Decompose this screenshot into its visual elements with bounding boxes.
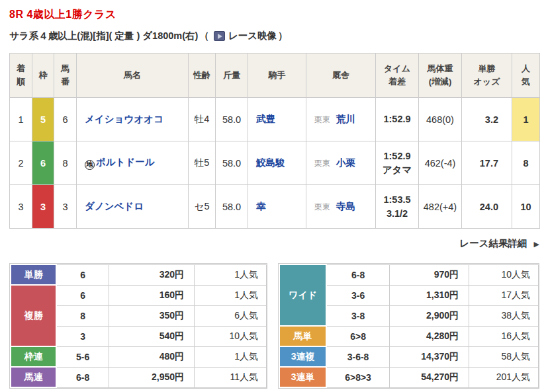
col-header-frame: 枠	[32, 54, 54, 98]
jockey-link[interactable]: 鮫島駿	[256, 157, 285, 168]
col-header-number: 馬番	[54, 54, 77, 98]
col-header-odds: 単勝オッズ	[462, 54, 512, 98]
combination: 3-8	[326, 305, 389, 326]
combination: 3-6-8	[326, 346, 389, 367]
bet-type-label-quinella: 馬連	[11, 367, 56, 387]
payout-amount: 1,310円	[389, 285, 469, 305]
horse-name-cell: ダノンペドロ	[77, 185, 189, 229]
col-header-jockey: 騎手	[248, 54, 306, 98]
horse-name-link[interactable]: メイショウオオコ	[85, 114, 163, 124]
time-margin-cell: 1:52.9	[376, 98, 419, 141]
stable-region: 栗東	[314, 159, 330, 168]
payout-amount: 970円	[389, 264, 469, 285]
col-header-sex-age: 性齢	[189, 54, 216, 98]
popularity-cell: 8	[512, 141, 540, 185]
frame-cell: 6	[32, 141, 54, 185]
margin: アタマ	[377, 163, 418, 176]
horse-name-link[interactable]: ポルトドール	[96, 157, 155, 167]
frame-cell: 5	[32, 98, 54, 141]
payout-row-trifecta: 3連単 6>8>3 54,270円 201人気	[279, 367, 538, 387]
race-result-page: 8R 4歳以上1勝クラス サラ系４歳以上(混)[指]( 定量 ) ダ1800m(…	[0, 0, 546, 389]
col-header-popularity: 人気	[512, 54, 540, 98]
finish-time: 1:52.9	[377, 112, 418, 126]
finish-time: 1:52.9	[377, 149, 418, 163]
frame-cell: 3	[32, 185, 54, 229]
trainer-link[interactable]: 寺島	[336, 201, 355, 212]
payout-popularity: 201人気	[469, 367, 539, 387]
payout-amount: 2,900円	[389, 305, 469, 326]
bet-type-label-win: 単勝	[11, 264, 56, 285]
jockey-link[interactable]: 武豊	[256, 114, 275, 124]
body-weight-cell: 468(0)	[419, 98, 462, 141]
jockey-cell: 武豊	[248, 98, 306, 141]
table-row: 2 6 8 地ポルトドール 牡5 58.0 鮫島駿 栗東 小栗 1:52.9 ア…	[10, 141, 540, 185]
payout-popularity: 6人気	[195, 305, 267, 326]
weight-cell: 58.0	[216, 98, 248, 141]
payout-amount: 540円	[109, 326, 195, 346]
stable-cell: 栗東 小栗	[306, 141, 376, 185]
number-cell: 6	[54, 98, 77, 141]
jockey-cell: 鮫島駿	[248, 141, 306, 185]
bet-type-label-trifecta: 3連単	[279, 367, 326, 387]
page-title: 8R 4歳以上1勝クラス	[9, 8, 539, 22]
payout-row-wide: ワイド 6-8 970円 10人気	[279, 264, 538, 285]
bet-type-label-wide: ワイド	[279, 264, 326, 326]
chevron-right-icon: ▶	[534, 240, 539, 248]
bet-type-label-place: 複勝	[11, 285, 56, 346]
combination: 6-8	[326, 264, 389, 285]
popularity-cell: 1	[512, 98, 540, 141]
position-cell: 3	[10, 185, 32, 229]
odds-cell: 24.0	[462, 185, 512, 229]
payout-popularity: 16人気	[469, 326, 539, 346]
race-video-icon[interactable]	[214, 31, 225, 41]
finish-time: 1:53.5	[377, 193, 418, 206]
payout-amount: 320円	[109, 264, 195, 285]
trainer-link[interactable]: 荒川	[336, 114, 355, 124]
payout-amount: 2,950円	[109, 367, 195, 387]
number-cell: 8	[54, 141, 77, 185]
bet-type-label-exacta: 馬単	[279, 326, 326, 346]
combination: 3-6	[326, 285, 389, 305]
col-header-position: 着順	[10, 54, 32, 98]
combination: 5-6	[56, 346, 109, 367]
horse-name-cell: メイショウオオコ	[77, 98, 189, 141]
number-cell: 3	[54, 185, 77, 229]
race-result-detail-link[interactable]: レース結果詳細 ▶	[9, 237, 539, 250]
time-margin-cell: 1:53.5 3.1/2	[376, 185, 419, 229]
combination: 6>8>3	[326, 367, 389, 387]
body-weight-cell: 462(-4)	[419, 141, 462, 185]
col-header-body-weight: 馬体重(増減)	[419, 54, 462, 98]
race-conditions: サラ系４歳以上(混)[指]( 定量 ) ダ1800m(右) （ レース映像 ）	[9, 30, 539, 42]
payout-amount: 14,370円	[389, 346, 469, 367]
payout-row-win: 単勝 6 320円 1人気	[11, 264, 267, 285]
paren-open: （	[199, 30, 209, 42]
payout-popularity: 38人気	[469, 305, 539, 326]
col-header-weight: 斤量	[216, 54, 248, 98]
payout-table-left: 単勝 6 320円 1人気 複勝 6 160円 1人気 8 350円 6人気	[9, 263, 267, 389]
sex-age-cell: 牡4	[189, 98, 216, 141]
jockey-link[interactable]: 幸	[256, 201, 266, 212]
race-video-link[interactable]: レース映像	[228, 30, 277, 42]
trainer-link[interactable]: 小栗	[336, 157, 355, 168]
paren-close: ）	[278, 30, 288, 42]
stable-cell: 栗東 荒川	[306, 98, 376, 141]
payout-row-place: 複勝 6 160円 1人気	[11, 285, 267, 305]
weight-cell: 58.0	[216, 185, 248, 229]
stable-cell: 栗東 寺島	[306, 185, 376, 229]
payout-row-exacta: 馬単 6>8 4,280円 16人気	[279, 326, 538, 346]
col-header-horse: 馬名	[77, 54, 189, 98]
horse-name-link[interactable]: ダノンペドロ	[85, 201, 144, 212]
payout-popularity: 10人気	[469, 264, 539, 285]
race-conditions-text: サラ系４歳以上(混)[指]( 定量 ) ダ1800m(右)	[9, 30, 198, 42]
results-header-row: 着順 枠 馬番 馬名 性齢 斤量 騎手 厩舎 タイム着差 馬体重(増減) 単勝オ…	[10, 54, 540, 98]
payout-popularity: 1人気	[195, 285, 267, 305]
payout-popularity: 1人気	[195, 346, 267, 367]
payout-popularity: 58人気	[469, 346, 539, 367]
race-result-detail-label: レース結果詳細	[459, 238, 527, 249]
payout-amount: 350円	[109, 305, 195, 326]
time-margin-cell: 1:52.9 アタマ	[376, 141, 419, 185]
combination: 8	[56, 305, 109, 326]
margin: 3.1/2	[377, 207, 418, 220]
payout-popularity: 11人気	[195, 367, 267, 387]
jockey-cell: 幸	[248, 185, 306, 229]
